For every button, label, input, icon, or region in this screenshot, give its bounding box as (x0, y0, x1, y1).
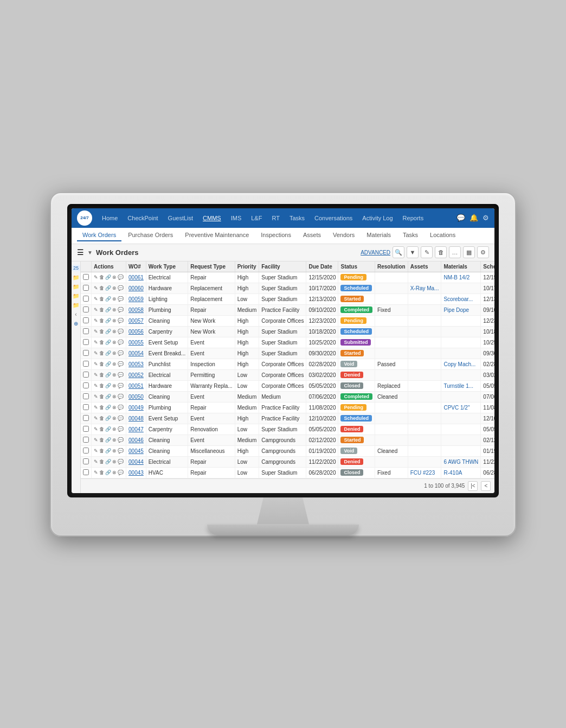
wo-link[interactable]: 00055 (128, 340, 144, 346)
wo-link[interactable]: 00049 (128, 405, 144, 411)
link-action-icon[interactable]: 🔗 (105, 459, 111, 464)
wo-link[interactable]: 00059 (128, 296, 144, 302)
delete-action-icon[interactable]: 🗑 (99, 426, 104, 432)
link-action-icon[interactable]: 🔗 (105, 437, 111, 443)
link-action-icon[interactable]: 🔗 (105, 307, 111, 312)
first-page-button[interactable]: |< (468, 481, 478, 491)
block-action-icon[interactable]: ⊗ (112, 405, 117, 410)
wo-link[interactable]: 00044 (128, 459, 144, 465)
comment-action-icon[interactable]: 💬 (118, 274, 124, 280)
delete-action-icon[interactable]: 🗑 (99, 350, 104, 356)
block-action-icon[interactable]: ⊗ (112, 361, 117, 367)
block-action-icon[interactable]: ⊗ (112, 285, 117, 291)
comment-action-icon[interactable]: 💬 (118, 340, 124, 345)
row-checkbox[interactable] (83, 285, 89, 291)
wo-link[interactable]: 00057 (128, 318, 144, 324)
wo-link[interactable]: 00046 (128, 437, 144, 443)
subnav-assets[interactable]: Assets (298, 229, 326, 241)
link-action-icon[interactable]: 🔗 (105, 350, 111, 356)
block-action-icon[interactable]: ⊗ (112, 470, 117, 475)
bell-icon[interactable]: 🔔 (469, 214, 478, 222)
comment-action-icon[interactable]: 💬 (118, 448, 124, 454)
row-checkbox[interactable] (83, 458, 89, 464)
block-action-icon[interactable]: ⊗ (112, 340, 117, 345)
delete-action-icon[interactable]: 🗑 (99, 361, 104, 367)
comment-action-icon[interactable]: 💬 (118, 307, 124, 312)
wo-link[interactable]: 00054 (128, 350, 144, 356)
wo-link[interactable]: 00051 (128, 383, 144, 389)
link-action-icon[interactable]: 🔗 (105, 372, 111, 378)
row-checkbox[interactable] (83, 404, 89, 410)
delete-action-icon[interactable]: 🗑 (99, 448, 104, 454)
block-action-icon[interactable]: ⊗ (112, 437, 117, 443)
subnav-vendors[interactable]: Vendors (327, 229, 360, 241)
block-action-icon[interactable]: ⊗ (112, 426, 117, 432)
link-action-icon[interactable]: 🔗 (105, 470, 111, 475)
wo-link[interactable]: 00060 (128, 285, 144, 291)
row-checkbox[interactable] (83, 328, 89, 334)
link-action-icon[interactable]: 🔗 (105, 394, 111, 399)
comment-action-icon[interactable]: 💬 (118, 372, 124, 378)
link-action-icon[interactable]: 🔗 (105, 416, 111, 421)
grid-button[interactable]: ▦ (463, 246, 475, 258)
link-action-icon[interactable]: 🔗 (105, 361, 111, 367)
row-checkbox[interactable] (83, 448, 89, 454)
delete-action-icon[interactable]: 🗑 (99, 285, 104, 291)
wo-link[interactable]: 00043 (128, 470, 144, 476)
delete-action-icon[interactable]: 🗑 (99, 383, 104, 388)
wo-link[interactable]: 00047 (128, 426, 144, 432)
nav-home[interactable]: Home (98, 213, 122, 223)
folder-icon-3[interactable]: 📁 (73, 293, 79, 299)
comment-action-icon[interactable]: 💬 (118, 318, 124, 323)
add-icon[interactable]: ⊕ (74, 321, 78, 327)
link-action-icon[interactable]: 🔗 (105, 274, 111, 280)
block-action-icon[interactable]: ⊗ (112, 372, 117, 378)
col-scheduled[interactable]: Scheduled (481, 261, 494, 272)
filter-button[interactable]: ▼ (407, 246, 419, 258)
edit-action-icon[interactable]: ✎ (94, 394, 98, 399)
edit-action-icon[interactable]: ✎ (94, 350, 98, 356)
edit-action-icon[interactable]: ✎ (94, 329, 98, 334)
nav-activity-log[interactable]: Activity Log (358, 213, 397, 223)
subnav-materials[interactable]: Materials (361, 229, 396, 241)
delete-action-icon[interactable]: 🗑 (99, 296, 104, 302)
nav-tasks[interactable]: Tasks (285, 213, 309, 223)
edit-action-icon[interactable]: ✎ (94, 340, 98, 345)
settings-button[interactable]: ⚙ (477, 246, 489, 258)
edit-action-icon[interactable]: ✎ (94, 459, 98, 464)
nav-cmms[interactable]: CMMS (198, 213, 226, 223)
comment-action-icon[interactable]: 💬 (118, 405, 124, 410)
link-action-icon[interactable]: 🔗 (105, 329, 111, 334)
subnav-work-orders[interactable]: Work Orders (77, 229, 121, 241)
col-materials[interactable]: Materials (441, 261, 481, 272)
col-wo[interactable]: WO# (126, 261, 146, 272)
subnav-purchase-orders[interactable]: Purchase Orders (123, 229, 178, 241)
row-checkbox[interactable] (83, 306, 89, 312)
row-checkbox[interactable] (83, 469, 89, 475)
material-link[interactable]: NM-B 14/2 (443, 274, 469, 280)
col-facility[interactable]: Facility (259, 261, 306, 272)
row-checkbox[interactable] (83, 361, 89, 367)
delete-action-icon[interactable]: 🗑 (99, 405, 104, 410)
comment-action-icon[interactable]: 💬 (118, 426, 124, 432)
comment-action-icon[interactable]: 💬 (118, 437, 124, 443)
col-resolution[interactable]: Resolution (375, 261, 408, 272)
nav-checkpoint[interactable]: CheckPoint (123, 213, 162, 223)
wo-link[interactable]: 00050 (128, 394, 144, 400)
block-action-icon[interactable]: ⊗ (112, 329, 117, 334)
comment-action-icon[interactable]: 💬 (118, 383, 124, 388)
edit-action-icon[interactable]: ✎ (94, 296, 98, 302)
edit-action-icon[interactable]: ✎ (94, 437, 98, 443)
gear-icon[interactable]: ⚙ (483, 214, 489, 222)
col-request-type[interactable]: Request Type (188, 261, 235, 272)
prev-page-button[interactable]: < (481, 481, 491, 491)
search-button[interactable]: 🔍 (393, 246, 404, 258)
link-action-icon[interactable]: 🔗 (105, 383, 111, 388)
link-action-icon[interactable]: 🔗 (105, 318, 111, 323)
subnav-tasks[interactable]: Tasks (397, 229, 423, 241)
link-action-icon[interactable]: 🔗 (105, 285, 111, 291)
delete-action-icon[interactable]: 🗑 (99, 372, 104, 378)
nav-reports[interactable]: Reports (398, 213, 428, 223)
material-link[interactable]: R-410A (443, 470, 462, 476)
badge-icon[interactable]: 25 (72, 265, 80, 271)
